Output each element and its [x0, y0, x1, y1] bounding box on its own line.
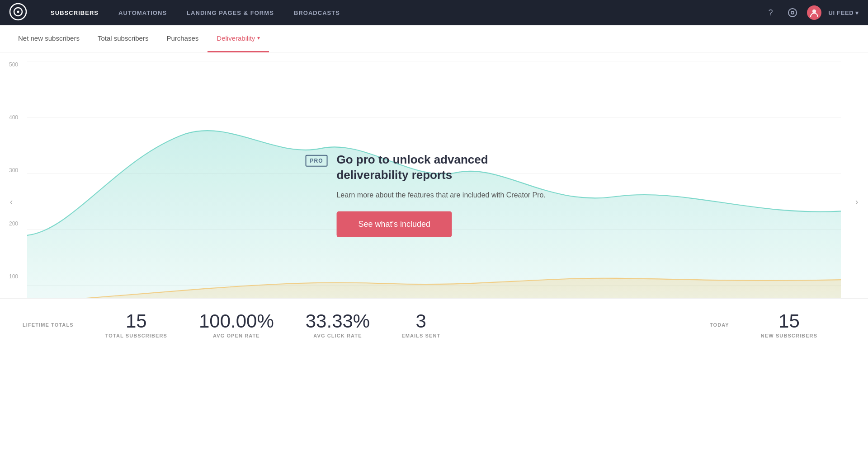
- tab-purchases[interactable]: Purchases: [157, 25, 208, 52]
- lifetime-label: LIFETIME TOTALS: [23, 322, 74, 328]
- stat-value-total: 15: [126, 311, 147, 332]
- stat-new-subscribers: 15 NEW SUBSCRIBERS: [761, 311, 817, 338]
- stat-label-emails: EMAILS SENT: [401, 333, 440, 338]
- today-label: TODAY: [710, 322, 729, 328]
- lifetime-stats-section: LIFETIME TOTALS 15 TOTAL SUBSCRIBERS 100…: [0, 299, 687, 351]
- see-whats-included-button[interactable]: See what's included: [336, 211, 452, 237]
- nav-item-subscribers[interactable]: SUBSCRIBERS: [41, 0, 108, 25]
- svg-point-4: [791, 11, 794, 14]
- stats-bar: LIFETIME TOTALS 15 TOTAL SUBSCRIBERS 100…: [0, 298, 868, 351]
- pro-badge: PRO: [306, 155, 328, 167]
- stat-value-new: 15: [778, 311, 800, 332]
- tab-net-new[interactable]: Net new subscribers: [18, 25, 89, 52]
- stat-avg-open-rate: 100.00% AVG OPEN RATE: [199, 311, 274, 338]
- stat-value-emails: 3: [416, 311, 426, 332]
- top-nav: SUBSCRIBERS AUTOMATIONS LANDING PAGES & …: [0, 0, 868, 25]
- nav-item-automations[interactable]: AUTOMATIONS: [108, 0, 177, 25]
- prev-arrow[interactable]: ‹: [5, 195, 18, 208]
- stat-label-open: AVG OPEN RATE: [213, 333, 260, 338]
- user-menu[interactable]: UI FEED ▾: [829, 9, 859, 16]
- stat-value-click: 33.33%: [306, 311, 370, 332]
- today-stats-section: TODAY 15 NEW SUBSCRIBERS: [687, 299, 868, 351]
- stat-label-click: AVG CLICK RATE: [313, 333, 362, 338]
- stat-avg-click-rate: 33.33% AVG CLICK RATE: [306, 311, 370, 338]
- main-content: 500 400 300 200 100 0: [0, 52, 868, 351]
- nav-item-landing[interactable]: LANDING PAGES & FORMS: [177, 0, 284, 25]
- nav-items: SUBSCRIBERS AUTOMATIONS LANDING PAGES & …: [41, 0, 764, 25]
- logo[interactable]: [9, 3, 41, 23]
- notification-icon[interactable]: [785, 5, 800, 20]
- pro-title: Go pro to unlock advanced deliverability…: [336, 152, 562, 183]
- svg-point-3: [788, 9, 797, 17]
- tab-total[interactable]: Total subscribers: [89, 25, 158, 52]
- nav-right: ? UI FEED ▾: [764, 5, 859, 20]
- chevron-down-icon: ▾: [257, 35, 260, 41]
- pro-overlay: PRO Go pro to unlock advanced deliverabi…: [306, 152, 563, 237]
- stat-emails-sent: 3 EMAILS SENT: [401, 311, 440, 338]
- avatar: [807, 5, 821, 20]
- stat-label-total: TOTAL SUBSCRIBERS: [105, 333, 167, 338]
- svg-point-2: [17, 11, 19, 13]
- next-arrow[interactable]: ›: [850, 195, 863, 208]
- pro-description: Learn more about the features that are i…: [336, 189, 562, 201]
- stat-label-new: NEW SUBSCRIBERS: [761, 333, 817, 338]
- tab-deliverability[interactable]: Deliverability ▾: [208, 25, 269, 52]
- help-icon[interactable]: ?: [764, 5, 778, 20]
- svg-point-5: [812, 9, 816, 13]
- pro-content: Go pro to unlock advanced deliverability…: [336, 152, 562, 237]
- sub-nav: Net new subscribers Total subscribers Pu…: [0, 25, 868, 52]
- nav-item-broadcasts[interactable]: BROADCASTS: [284, 0, 350, 25]
- stat-total-subscribers: 15 TOTAL SUBSCRIBERS: [105, 311, 167, 338]
- stat-value-open: 100.00%: [199, 311, 274, 332]
